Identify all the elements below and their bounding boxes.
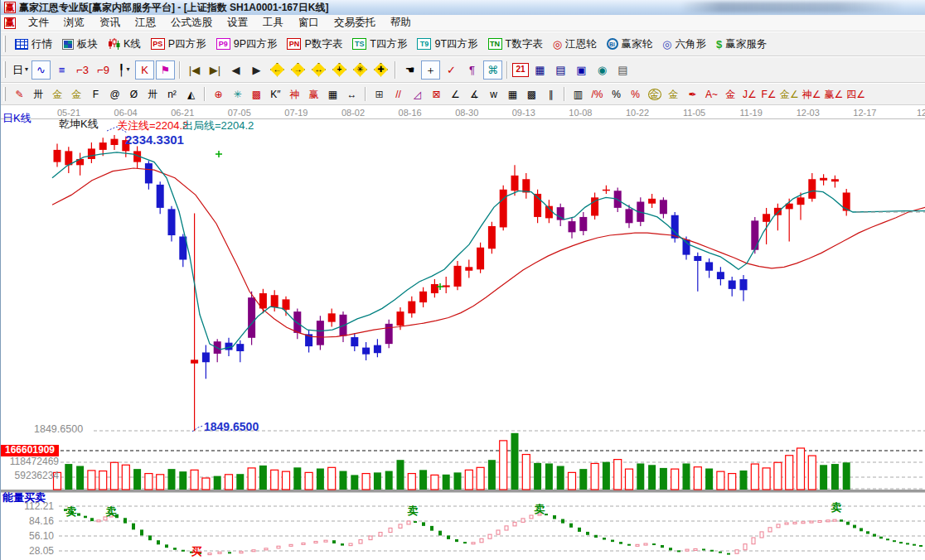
bars-3-icon[interactable]: ⌐3 xyxy=(73,60,92,80)
circle-tool-icon[interactable]: Ø xyxy=(125,86,143,103)
angle-line-icon[interactable]: ∠ xyxy=(447,86,464,103)
rays-icon[interactable]: // xyxy=(390,86,407,103)
print-icon[interactable]: ▤ xyxy=(613,60,632,80)
gold-split2-icon[interactable]: 金 xyxy=(68,86,85,103)
calculator-icon[interactable]: ▦ xyxy=(530,60,550,80)
winner-service-button[interactable]: $ 赢家服务 xyxy=(711,36,772,53)
price-chart-canvas[interactable]: 05-2106-0406-2107-0507-1908-0208-1608-30… xyxy=(1,105,925,560)
prev-bar-icon[interactable]: ◀ xyxy=(226,60,245,80)
gann-left-icon[interactable]: ← xyxy=(268,60,287,80)
export-web-icon[interactable]: ◉ xyxy=(593,60,612,80)
save-icon[interactable]: ▣ xyxy=(572,60,591,80)
menu-trade[interactable]: 交易委托 xyxy=(327,14,383,31)
mark-tool-icon[interactable]: ¶ xyxy=(462,60,482,80)
gann-all-icon[interactable]: ✚ xyxy=(371,60,390,80)
fibo-f-icon[interactable]: F xyxy=(87,86,104,103)
hash-ruler-icon[interactable]: 卅 xyxy=(144,86,162,103)
box-tool-icon[interactable]: ⊞ xyxy=(370,86,388,103)
angle-line2-icon[interactable]: ∡ xyxy=(466,86,483,103)
star-burst-icon[interactable]: ✳ xyxy=(229,86,246,103)
menu-window[interactable]: 窗口 xyxy=(291,14,327,31)
formula-icon[interactable]: ⌘ xyxy=(483,60,502,80)
last-bar-icon[interactable]: ▶| xyxy=(206,60,225,80)
span-ruler-icon[interactable]: ↔ xyxy=(343,86,361,103)
shen-tool-icon[interactable]: 神 xyxy=(286,86,303,103)
percent-icon[interactable]: % xyxy=(608,86,625,103)
ying-tool-icon[interactable]: 赢 xyxy=(305,86,322,103)
menu-formula[interactable]: 公式选股 xyxy=(163,14,220,31)
k-mark-icon[interactable]: K″ xyxy=(267,86,284,103)
angle-flag-icon[interactable]: ◭ xyxy=(182,86,200,103)
winner-wheel-button[interactable]: Bi 赢家轮 xyxy=(602,36,658,53)
menu-browse[interactable]: 浏览 xyxy=(56,14,92,31)
spiral-icon[interactable]: @ xyxy=(106,86,123,103)
toolbar-grip[interactable] xyxy=(3,87,6,101)
shen-angle-icon[interactable]: 神∠ xyxy=(802,86,822,103)
percent-line-icon[interactable]: /% xyxy=(588,86,606,103)
gann-star-icon[interactable]: ✳ xyxy=(351,60,370,80)
bars-9-icon[interactable]: ⌐9 xyxy=(94,60,113,80)
menu-news[interactable]: 资讯 xyxy=(92,14,128,31)
gold-split-icon[interactable]: 金 xyxy=(49,86,66,103)
f-angle-icon[interactable]: F∠ xyxy=(760,86,777,103)
kline-button[interactable]: K线 xyxy=(103,36,146,53)
quotes-button[interactable]: 行情 xyxy=(10,36,57,53)
gann-cross-icon[interactable]: + xyxy=(330,60,349,80)
percent-top-icon[interactable]: % xyxy=(627,86,644,103)
p9-square-button[interactable]: P9 9P四方形 xyxy=(211,36,283,53)
trend-pen-icon[interactable]: ✎ xyxy=(11,86,28,103)
price-box-icon[interactable]: ▥ xyxy=(569,86,587,103)
calendar-21-icon[interactable]: 21 xyxy=(512,63,529,77)
next-bar-icon[interactable]: ▶ xyxy=(247,60,266,80)
info-list-icon[interactable]: ≡ xyxy=(52,60,71,80)
period-day-icon[interactable]: 日▾ xyxy=(11,60,30,80)
gann-lr-icon[interactable]: ↔ xyxy=(309,60,328,80)
toolbar-grip[interactable] xyxy=(3,61,6,78)
candle-type-icon[interactable]: ╿▾ xyxy=(114,60,133,80)
red-grid-icon[interactable]: ▩ xyxy=(248,86,265,103)
grid-ruler-icon[interactable]: 卅 xyxy=(30,86,47,103)
ying-angle-icon[interactable]: 赢∠ xyxy=(824,86,845,103)
menu-tools[interactable]: 工具 xyxy=(255,14,291,31)
grid-fine-icon[interactable]: ▦ xyxy=(504,86,521,103)
menu-file[interactable]: 文件 xyxy=(21,14,56,31)
t-square-button[interactable]: TS T四方形 xyxy=(347,36,412,53)
grid-123-icon[interactable]: ▦ xyxy=(324,86,341,103)
t-number-button[interactable]: TN T数字表 xyxy=(483,36,548,53)
wave-w-icon[interactable]: w xyxy=(485,86,502,103)
t9-square-button[interactable]: T9 9T四方形 xyxy=(412,36,482,53)
j-angle-icon[interactable]: J∠ xyxy=(741,86,758,103)
qiankun-kline-icon[interactable]: K xyxy=(135,60,154,80)
sectors-button[interactable]: 板块 xyxy=(57,36,103,53)
gold-lines-icon[interactable]: 金 xyxy=(665,86,682,103)
menu-help[interactable]: 帮助 xyxy=(383,14,419,31)
gann-right-icon[interactable]: → xyxy=(288,60,308,80)
fan-icon[interactable]: ◿ xyxy=(409,86,426,103)
crosshair-icon[interactable]: ＋ xyxy=(421,60,440,80)
toolbar-grip[interactable] xyxy=(3,36,6,51)
gold-angle-icon[interactable]: 金∠ xyxy=(779,86,800,103)
parallel-icon[interactable]: ∥ xyxy=(542,86,559,103)
pen-candle-icon[interactable]: ✒ xyxy=(684,86,701,103)
box-diag-icon[interactable]: ⊠ xyxy=(428,86,445,103)
measure-icon[interactable]: ✓ xyxy=(442,60,461,80)
hexagon-button[interactable]: ◎ 六角形 xyxy=(657,36,711,53)
pan-hand-icon[interactable]: ☚ xyxy=(400,60,419,80)
menu-settings[interactable]: 设置 xyxy=(220,14,255,31)
gann-wheel-button[interactable]: ◎ 江恩轮 xyxy=(548,36,602,53)
signal-flag-icon[interactable]: ⚑ xyxy=(156,60,175,80)
first-bar-icon[interactable]: |◀ xyxy=(185,60,204,80)
si-angle-icon[interactable]: 四∠ xyxy=(845,86,866,103)
p-number-button[interactable]: PN P数字表 xyxy=(282,36,347,53)
crosshair-circle-icon[interactable]: ⊕ xyxy=(210,86,227,103)
gold-circle-icon[interactable]: 金 xyxy=(646,86,663,103)
a-wave-icon[interactable]: A~ xyxy=(703,86,720,103)
grid-dense-icon[interactable]: ▩ xyxy=(523,86,540,103)
menu-gann[interactable]: 江恩 xyxy=(128,14,163,31)
notes-icon[interactable]: ▤ xyxy=(551,60,570,80)
svg-text:10-08: 10-08 xyxy=(569,108,592,118)
intraday-chart-icon[interactable]: ∿ xyxy=(31,60,51,80)
n2-icon[interactable]: n² xyxy=(163,86,181,103)
p-square-button[interactable]: PS P四方形 xyxy=(146,36,211,53)
gold-red-icon[interactable]: 金 xyxy=(722,86,739,103)
